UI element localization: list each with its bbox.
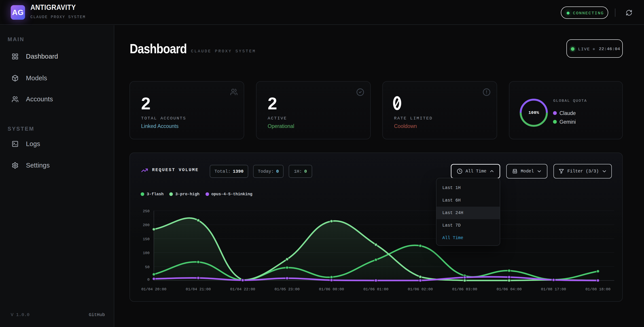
svg-text:01/06 04:00: 01/06 04:00 — [497, 287, 522, 292]
svg-text:250: 250 — [143, 209, 150, 214]
svg-text:01/06 03:00: 01/06 03:00 — [452, 287, 477, 292]
svg-text:100: 100 — [143, 251, 150, 255]
svg-text:01/08 17:00: 01/08 17:00 — [541, 287, 566, 292]
svg-text:01/06 01:00: 01/06 01:00 — [363, 287, 388, 292]
svg-text:01/06 02:00: 01/06 02:00 — [408, 287, 433, 292]
svg-text:150: 150 — [143, 237, 150, 241]
svg-text:200: 200 — [143, 223, 150, 227]
svg-text:50: 50 — [145, 265, 150, 269]
svg-text:01/08 18:00: 01/08 18:00 — [586, 287, 610, 292]
svg-text:01/05 23:00: 01/05 23:00 — [274, 287, 300, 292]
svg-text:01/06 00:00: 01/06 00:00 — [319, 287, 344, 292]
svg-text:0: 0 — [147, 278, 150, 282]
svg-text:01/04 22:00: 01/04 22:00 — [230, 287, 255, 292]
svg-text:01/04 21:00: 01/04 21:00 — [186, 287, 211, 292]
svg-text:01/04 20:00: 01/04 20:00 — [141, 287, 166, 292]
